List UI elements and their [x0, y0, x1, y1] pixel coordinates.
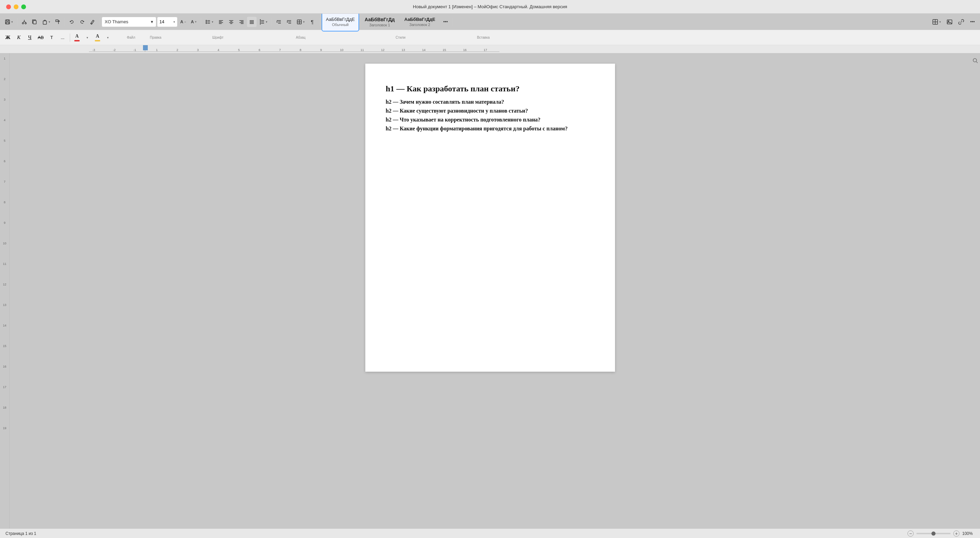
zoom-slider-track[interactable] — [916, 533, 951, 534]
styles-more-button[interactable]: ••• — [441, 17, 450, 27]
zoom-level: 100% — [962, 531, 975, 536]
font-family-selector[interactable]: XO Thames ▾ — [102, 17, 156, 27]
undo-icon — [69, 19, 75, 25]
bold-button[interactable]: Ж — [3, 32, 13, 43]
style-normal-preview: АаБбВвГгДдЕ — [326, 17, 355, 22]
style-heading1-preview: АаБбВвГгДд — [364, 17, 395, 22]
save-button[interactable]: ▾ — [3, 17, 15, 27]
font-size-selector[interactable]: 14 ▾ — [157, 17, 178, 27]
toolbar-row-2: Ж К Ч АВ Т ... А ▾ А ▾ Файл Правка Шрифт… — [0, 30, 980, 45]
zoom-in-button[interactable]: + — [953, 530, 959, 536]
insert-link-button[interactable] — [956, 17, 966, 27]
align-left-button[interactable] — [216, 17, 226, 27]
font-size-value: 14 — [159, 19, 164, 24]
redo-button[interactable] — [77, 17, 87, 27]
copy-button[interactable] — [30, 17, 39, 27]
svg-text:-3: -3 — [92, 48, 95, 52]
italic-button[interactable]: К — [14, 32, 24, 43]
style-normal[interactable]: АаБбВвГгДдЕ Обычный — [321, 12, 359, 32]
more-format-button[interactable]: ... — [57, 32, 68, 43]
insert-table-dropdown: ▾ — [939, 20, 941, 24]
svg-point-76 — [973, 59, 977, 62]
svg-text:8: 8 — [300, 48, 301, 52]
highlight-dropdown-button[interactable]: ▾ — [103, 32, 113, 43]
copy-icon — [32, 19, 37, 25]
insert-table-button[interactable]: ▾ — [930, 17, 943, 27]
font-color-dropdown-button[interactable]: ▾ — [83, 32, 92, 43]
toolbar-row-1: ▾ ▾ — [0, 14, 980, 30]
clear-format-button[interactable] — [88, 17, 97, 27]
align-justify-button[interactable] — [247, 17, 256, 27]
paragraph-label: Абзац — [266, 35, 335, 39]
highlight-color-indicator — [95, 40, 100, 42]
doc-heading-2-2: h2 — Какие существуют разновидности у пл… — [386, 108, 595, 114]
increase-indent-button[interactable] — [284, 17, 294, 27]
font-color-button[interactable]: А — [72, 32, 82, 43]
superscript-label: Т — [50, 35, 53, 40]
content-area[interactable]: h1 — Как разработать план статьи? h2 — З… — [10, 53, 970, 528]
document-page[interactable]: h1 — Как разработать план статьи? h2 — З… — [365, 64, 615, 372]
ruler-svg: -3 -2 -1 1 2 3 4 5 6 7 8 9 10 11 12 13 1… — [89, 45, 500, 53]
format-painter-icon — [55, 19, 60, 25]
edit-label: Правка — [142, 35, 169, 39]
increase-indent-icon — [286, 19, 292, 25]
table-options-button[interactable]: ▾ — [294, 17, 307, 27]
zoom-slider-thumb[interactable] — [931, 532, 935, 536]
sep6 — [319, 18, 320, 26]
font-family-value: XO Thames — [105, 19, 128, 24]
paste-dropdown-arrow: ▾ — [49, 20, 50, 24]
undo-button[interactable] — [67, 17, 76, 27]
svg-text:-2: -2 — [113, 48, 116, 52]
paste-button[interactable]: ▾ — [40, 17, 52, 27]
sep5 — [272, 18, 272, 26]
svg-text:4: 4 — [218, 48, 219, 52]
unordered-list-button[interactable]: ▾ — [203, 17, 215, 27]
insert-more-button[interactable]: ••• — [968, 17, 977, 27]
cut-button[interactable] — [19, 17, 29, 27]
align-center-button[interactable] — [226, 17, 236, 27]
align-right-button[interactable] — [237, 17, 246, 27]
insert-label: Вставка — [466, 35, 500, 39]
search-icon — [972, 57, 978, 64]
highlight-button[interactable]: А — [93, 32, 102, 43]
format-painter-button[interactable] — [53, 17, 63, 27]
strikethrough-button[interactable]: АВ — [36, 32, 46, 43]
svg-text:5: 5 — [238, 48, 240, 52]
svg-rect-2 — [6, 22, 9, 24]
line-spacing-dropdown-arrow: ▾ — [266, 20, 267, 24]
doc-heading-2-1: h2 — Зачем нужно составлять план материа… — [386, 99, 595, 105]
decrease-indent-button[interactable] — [274, 17, 283, 27]
line-spacing-icon — [259, 19, 265, 25]
style-heading2[interactable]: АаБбВвГгДдЕ Заголовок 2 — [400, 12, 439, 32]
pilcrow-button[interactable]: ¶ — [307, 17, 317, 27]
font-group-label: Шрифт — [170, 35, 266, 39]
svg-text:13: 13 — [402, 48, 405, 52]
underline-button[interactable]: Ч — [25, 32, 35, 43]
search-icon-button[interactable] — [971, 56, 980, 66]
strikethrough-label: АВ — [38, 35, 43, 40]
font-size-decrease-button[interactable]: A− — [178, 17, 188, 27]
highlight-chevron: ▾ — [107, 36, 109, 39]
svg-point-4 — [25, 22, 26, 24]
maximize-button[interactable] — [21, 5, 26, 9]
zoom-out-button[interactable]: − — [907, 530, 914, 536]
line-spacing-button[interactable]: ▾ — [257, 17, 270, 27]
font-color-chevron: ▾ — [86, 36, 88, 39]
font-increase-icon: A — [191, 19, 194, 24]
doc-heading-1: h1 — Как разработать план статьи? — [386, 84, 595, 93]
cut-icon — [22, 19, 27, 25]
style-heading1[interactable]: АаБбВвГгДд Заголовок 1 — [361, 12, 399, 32]
insert-image-button[interactable] — [944, 17, 955, 27]
styles-label: Стили — [336, 35, 466, 39]
insert-table-icon — [932, 19, 938, 25]
minimize-button[interactable] — [14, 5, 19, 9]
ruler-inner: -3 -2 -1 1 2 3 4 5 6 7 8 9 10 11 12 13 1… — [0, 45, 980, 53]
decrease-indent-icon — [276, 19, 282, 25]
close-button[interactable] — [6, 5, 11, 9]
bold-label: Ж — [5, 35, 11, 40]
font-decrease-icon: A — [180, 19, 183, 24]
font-size-increase-button[interactable]: A+ — [189, 17, 199, 27]
horizontal-ruler: -3 -2 -1 1 2 3 4 5 6 7 8 9 10 11 12 13 1… — [0, 45, 980, 53]
svg-line-77 — [976, 62, 978, 63]
superscript-button[interactable]: Т — [46, 32, 57, 43]
